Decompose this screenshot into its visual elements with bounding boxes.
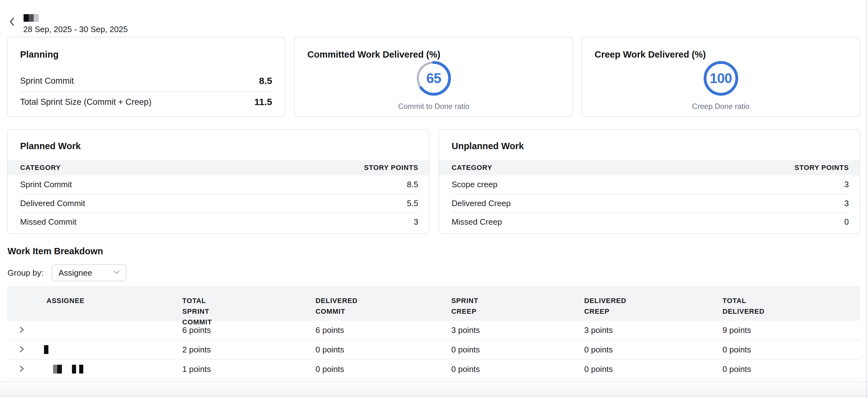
total-sprint-commit-cell: 6 points [182, 325, 315, 335]
points-cell: 3 [844, 180, 849, 190]
creep-gauge-caption: Creep Done ratio [692, 102, 749, 111]
creep-card-title: Creep Work Delivered (%) [595, 49, 847, 60]
assignee-cell [44, 321, 182, 340]
delivered-commit-cell: 0 points [315, 345, 451, 354]
committed-gauge-value: 65 [416, 61, 451, 96]
category-cell: Missed Commit [20, 217, 76, 227]
story-points-column-header: STORY POINTS [795, 164, 849, 172]
delivered-creep-cell: 0 points [584, 345, 722, 354]
delivered-commit-cell: 0 points [315, 364, 451, 374]
group-by-label: Group by: [7, 268, 43, 278]
sprint-creep-cell: 0 points [451, 364, 584, 374]
creep-gauge-ring: 100 [704, 61, 738, 96]
delivered-commit-column-header: DELIVERED COMMIT [315, 286, 451, 317]
planning-row-label: Sprint Commit [20, 76, 74, 86]
unplanned-work-title: Unplanned Work [439, 130, 860, 160]
assignee-cell [44, 340, 182, 359]
category-column-header: CATEGORY [452, 164, 492, 172]
planned-work-title: Planned Work [7, 130, 429, 160]
total-delivered-cell: 0 points [722, 364, 860, 374]
total-sprint-commit-cell: 1 points [182, 364, 315, 374]
assignee-name-redacted [53, 365, 83, 373]
points-cell: 8.5 [407, 180, 418, 190]
table-row: Sprint Commit 8.5 [20, 175, 418, 194]
work-item-breakdown-title: Work Item Breakdown [7, 246, 103, 256]
total-sprint-commit-cell: 2 points [182, 345, 315, 354]
points-cell: 3 [844, 199, 849, 208]
assignee-column-header: ASSIGNEE [44, 286, 182, 306]
points-cell: 5.5 [407, 199, 418, 208]
total-delivered-cell: 0 points [722, 345, 860, 354]
sprint-creep-cell: 3 points [451, 325, 584, 335]
category-column-header: CATEGORY [20, 164, 61, 172]
chevron-right-icon [19, 365, 25, 373]
breakdown-header-row: ASSIGNEE TOTAL SPRINT COMMIT DELIVERED C… [7, 286, 860, 321]
assignee-cell [44, 360, 182, 378]
planning-row-total-sprint-size: Total Sprint Size (Commit + Creep) 11.5 [20, 91, 272, 112]
chevron-right-icon [19, 326, 25, 335]
planning-row-value: 11.5 [254, 96, 272, 107]
category-cell: Delivered Commit [20, 199, 85, 208]
creep-work-delivered-card: Creep Work Delivered (%) 100 Creep Done … [581, 37, 860, 117]
bottom-divider [0, 396, 868, 397]
planning-card-title: Planning [20, 49, 272, 60]
points-cell: 3 [414, 217, 418, 227]
chevron-left-icon [8, 17, 16, 27]
committed-work-delivered-card: Committed Work Delivered (%) 65 Commit t… [294, 37, 573, 117]
category-cell: Missed Creep [452, 217, 502, 227]
total-delivered-cell: 9 points [722, 325, 860, 335]
group-by-selected-value: Assignee [58, 268, 92, 278]
planning-row-sprint-commit: Sprint Commit 8.5 [20, 70, 272, 91]
planning-row-label: Total Sprint Size (Commit + Creep) [20, 97, 152, 107]
delivered-commit-cell: 6 points [315, 325, 451, 335]
page-bottom-strip [0, 381, 868, 396]
creep-gauge-value: 100 [704, 61, 738, 96]
unplanned-work-header-row: CATEGORY STORY POINTS [439, 160, 860, 175]
total-delivered-column-header: TOTAL DELIVERED [722, 286, 860, 317]
table-row: Scope creep 3 [452, 175, 849, 194]
points-cell: 0 [844, 217, 849, 227]
chevron-right-icon [19, 345, 25, 354]
sprint-creep-cell: 0 points [451, 345, 584, 354]
category-cell: Delivered Creep [452, 199, 511, 208]
planned-work-card: Planned Work CATEGORY STORY POINTS Sprin… [7, 129, 430, 234]
planning-card: Planning Sprint Commit 8.5 Total Sprint … [7, 37, 285, 117]
work-item-breakdown-table: ASSIGNEE TOTAL SPRINT COMMIT DELIVERED C… [7, 286, 860, 379]
expand-row-button[interactable] [7, 360, 44, 378]
committed-card-title: Committed Work Delivered (%) [307, 49, 560, 60]
back-button[interactable] [7, 17, 18, 28]
category-cell: Sprint Commit [20, 180, 72, 190]
committed-gauge-caption: Commit to Done ratio [398, 102, 469, 111]
committed-gauge-ring: 65 [416, 61, 451, 96]
table-row: Missed Creep 0 [452, 212, 849, 231]
planned-work-header-row: CATEGORY STORY POINTS [7, 160, 429, 175]
table-row: Delivered Creep 3 [452, 194, 849, 212]
group-by-control: Group by: Assignee [7, 264, 126, 281]
category-cell: Scope creep [452, 180, 497, 190]
delivered-creep-cell: 0 points [584, 364, 722, 374]
sprint-creep-column-header: SPRINT CREEP [451, 286, 584, 317]
table-row: Delivered Commit 5.5 [20, 194, 418, 212]
expand-row-button[interactable] [7, 321, 44, 340]
assignee-name-redacted [44, 345, 49, 354]
sprint-title-redacted [24, 14, 39, 22]
story-points-column-header: STORY POINTS [364, 164, 418, 172]
right-edge-divider [866, 0, 867, 399]
delivered-creep-cell: 3 points [584, 325, 722, 335]
sprint-date-range: 28 Sep, 2025 - 30 Sep, 2025 [23, 25, 128, 34]
unplanned-work-card: Unplanned Work CATEGORY STORY POINTS Sco… [438, 129, 860, 234]
delivered-creep-column-header: DELIVERED CREEP [584, 286, 722, 317]
table-row: 2 points 0 points 0 points 0 points 0 po… [7, 340, 860, 360]
sprint-report-page: 28 Sep, 2025 - 30 Sep, 2025 Planning Spr… [0, 0, 868, 399]
expand-row-button[interactable] [7, 340, 44, 359]
chevron-down-icon [113, 270, 120, 276]
table-row: 1 points 0 points 0 points 0 points 0 po… [7, 360, 860, 379]
table-row: 6 points 6 points 3 points 3 points 9 po… [7, 321, 860, 340]
planning-row-value: 8.5 [259, 76, 272, 86]
total-sprint-commit-column-header: TOTAL SPRINT COMMIT [182, 286, 315, 327]
group-by-dropdown[interactable]: Assignee [52, 264, 126, 281]
table-row: Missed Commit 3 [20, 212, 418, 231]
